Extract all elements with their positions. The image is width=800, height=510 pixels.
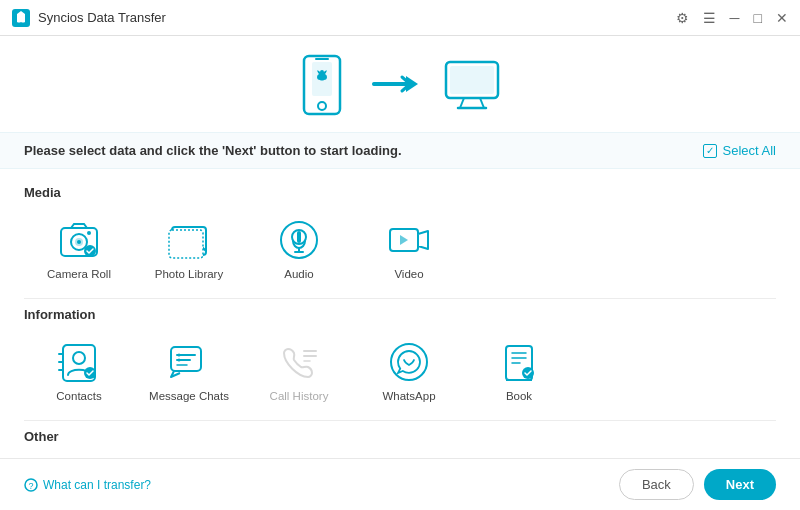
item-safari-history: Safari History — [244, 454, 354, 458]
media-grid: Camera Roll Photo Library — [24, 210, 776, 288]
book-icon — [497, 340, 541, 384]
camera-roll-icon — [57, 218, 101, 262]
svg-marker-23 — [418, 231, 428, 249]
item-message-chats[interactable]: Message Chats — [134, 332, 244, 410]
item-contacts[interactable]: Contacts — [24, 332, 134, 410]
select-all-checkbox[interactable]: ✓ — [703, 144, 717, 158]
svg-rect-16 — [169, 230, 203, 258]
item-book[interactable]: Book — [464, 332, 574, 410]
photo-library-icon — [167, 218, 211, 262]
svg-point-2 — [318, 102, 326, 110]
svg-marker-5 — [406, 76, 418, 92]
section-info-label: Information — [24, 307, 776, 322]
message-chats-label: Message Chats — [149, 390, 229, 402]
minimize-button[interactable]: ─ — [730, 11, 740, 25]
next-button[interactable]: Next — [704, 469, 776, 500]
item-whatsapp[interactable]: WhatsApp — [354, 332, 464, 410]
svg-point-36 — [178, 359, 181, 362]
whatsapp-icon — [387, 340, 431, 384]
footer: ? What can I transfer? Back Next — [0, 458, 800, 510]
dest-device — [442, 58, 502, 114]
whatsapp-label: WhatsApp — [382, 390, 435, 402]
instruction-bar: Please select data and click the 'Next' … — [0, 132, 800, 169]
app-title: Syncios Data Transfer — [38, 10, 676, 25]
video-label: Video — [394, 268, 423, 280]
info-grid: Contacts Message Chats — [24, 332, 776, 410]
footer-buttons: Back Next — [619, 469, 776, 500]
section-other-label: Other — [24, 429, 776, 444]
what-transfer-text: What can I transfer? — [43, 478, 151, 492]
contacts-label: Contacts — [56, 390, 101, 402]
audio-icon — [277, 218, 321, 262]
select-all-button[interactable]: ✓ Select All — [703, 143, 776, 158]
main-content: Please select data and click the 'Next' … — [0, 36, 800, 510]
photo-library-label: Photo Library — [155, 268, 223, 280]
svg-point-35 — [178, 354, 181, 357]
svg-point-11 — [77, 240, 81, 244]
svg-rect-19 — [297, 231, 301, 243]
app-icon — [12, 9, 30, 27]
transfer-arrow — [370, 72, 418, 100]
call-history-label: Call History — [270, 390, 329, 402]
what-transfer-link[interactable]: ? What can I transfer? — [24, 478, 151, 492]
settings-button[interactable]: ⚙ — [676, 11, 689, 25]
close-button[interactable]: ✕ — [776, 11, 788, 25]
section-media-label: Media — [24, 185, 776, 200]
svg-text:?: ? — [28, 481, 33, 491]
book-label: Book — [506, 390, 532, 402]
call-history-icon — [277, 340, 321, 384]
item-photo-library[interactable]: Photo Library — [134, 210, 244, 288]
maximize-button[interactable]: □ — [754, 11, 762, 25]
window-controls[interactable]: ⚙ ☰ ─ □ ✕ — [676, 11, 788, 25]
message-chats-icon — [167, 340, 211, 384]
svg-rect-4 — [372, 82, 410, 86]
audio-label: Audio — [284, 268, 313, 280]
svg-point-26 — [73, 352, 85, 364]
transfer-header — [0, 36, 800, 132]
back-button[interactable]: Back — [619, 469, 694, 500]
select-all-label: Select All — [723, 143, 776, 158]
content-area: Media Camera Roll — [0, 169, 800, 458]
svg-rect-7 — [450, 66, 494, 94]
item-audio[interactable]: Audio — [244, 210, 354, 288]
contacts-icon — [57, 340, 101, 384]
video-icon — [387, 218, 431, 262]
item-video[interactable]: Video — [354, 210, 464, 288]
instruction-text: Please select data and click the 'Next' … — [24, 143, 402, 158]
item-call-history: Call History — [244, 332, 354, 410]
title-bar: Syncios Data Transfer ⚙ ☰ ─ □ ✕ — [0, 0, 800, 36]
camera-roll-label: Camera Roll — [47, 268, 111, 280]
source-device — [298, 54, 346, 118]
item-camera-roll[interactable]: Camera Roll — [24, 210, 134, 288]
menu-button[interactable]: ☰ — [703, 11, 716, 25]
svg-point-12 — [87, 231, 91, 235]
